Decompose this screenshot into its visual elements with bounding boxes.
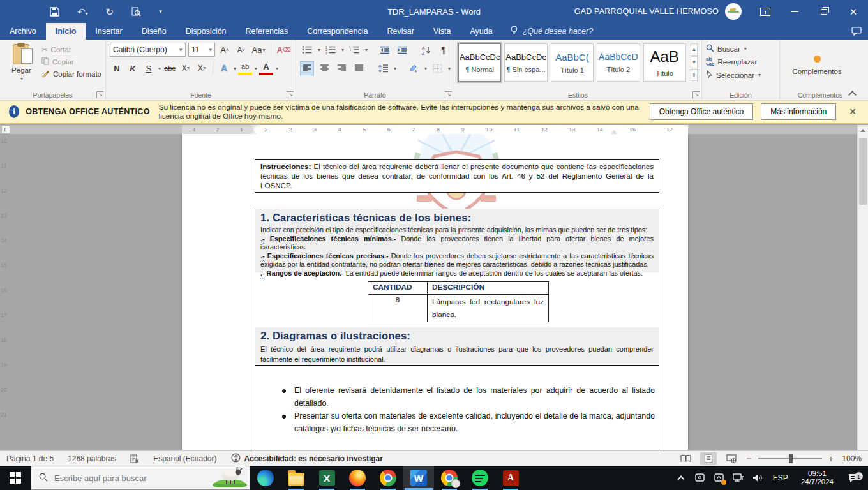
sort-button[interactable]: AZ (419, 43, 433, 57)
taskbar-app-edge[interactable] (250, 466, 281, 490)
tell-me-box[interactable]: ¿Qué desea hacer? (502, 23, 601, 40)
print-preview-icon[interactable] (131, 7, 141, 17)
show-paragraph-marks-button[interactable]: ¶ (437, 43, 451, 57)
paste-button[interactable]: Pegar ▾ (4, 43, 39, 90)
taskbar-app-file-explorer[interactable] (281, 466, 311, 490)
word-count[interactable]: 1268 palabras (68, 454, 116, 463)
taskbar-app-firefox[interactable] (342, 466, 373, 490)
multilevel-list-button[interactable]: 1i (347, 43, 361, 57)
first-line-indent-marker[interactable] (251, 125, 257, 129)
read-mode-icon[interactable] (677, 452, 694, 465)
network-icon[interactable] (731, 466, 746, 490)
action-center-icon[interactable]: 1 (842, 473, 864, 484)
strikethrough-button[interactable]: abc (163, 61, 177, 75)
bold-button[interactable]: N (110, 61, 124, 75)
numbered-list-arrow[interactable]: ▾ (341, 47, 344, 53)
more-info-button[interactable]: Más información (761, 103, 836, 120)
document-area[interactable]: 101112131415161718192021 Instrucciones: … (0, 134, 857, 450)
start-button[interactable] (0, 466, 31, 490)
taskbar-app-chrome-profile[interactable] (434, 466, 465, 490)
justify-button[interactable] (352, 61, 366, 75)
tab-archivo[interactable]: Archivo (0, 23, 46, 40)
document-page[interactable]: Instrucciones: El técnico del área requi… (182, 134, 688, 450)
vertical-scrollbar[interactable] (857, 125, 868, 450)
scroll-up-icon[interactable] (858, 125, 868, 135)
styles-dialog-launcher[interactable]: ↘ (692, 91, 700, 98)
dismiss-notification-icon[interactable]: ✕ (844, 107, 862, 117)
shading-arrow[interactable]: ▾ (424, 66, 427, 71)
search-highlight-sheep-image[interactable] (211, 464, 248, 489)
zoom-out-icon[interactable]: − (746, 453, 752, 464)
decrease-indent-button[interactable] (378, 43, 392, 57)
align-left-button[interactable] (300, 61, 314, 75)
style-titulo1[interactable]: AaBbC(Título 1 (551, 43, 594, 82)
highlight-arrow[interactable]: ▾ (255, 66, 257, 71)
taskbar-app-word[interactable]: W (403, 466, 434, 490)
italic-button[interactable]: K (126, 61, 140, 75)
cut-button[interactable]: ✂Cortar (41, 45, 101, 54)
format-painter-button[interactable]: Copiar formato (41, 69, 101, 78)
underline-button[interactable]: S (142, 61, 156, 75)
zoom-percentage[interactable]: 100% (840, 454, 862, 463)
styles-scroll-up[interactable]: ▲ (691, 43, 698, 56)
horizontal-ruler[interactable]: 321 1234567891011121314 1617 (0, 125, 857, 134)
increase-indent-button[interactable] (395, 43, 409, 57)
styles-gallery-expand[interactable]: ⇟ (691, 69, 698, 81)
text-effects-button[interactable]: A (217, 61, 231, 75)
superscript-button[interactable]: X2 (195, 61, 209, 75)
instructions-box[interactable]: Instrucciones: El técnico del área requi… (255, 159, 659, 193)
taskbar-app-acrobat[interactable]: A (495, 466, 526, 490)
get-genuine-office-button[interactable]: Obtenga Office auténtico (650, 103, 754, 120)
tab-correspondencia[interactable]: Correspondencia (297, 23, 377, 40)
taskbar-app-excel[interactable]: X (311, 466, 342, 490)
tab-diseno[interactable]: Diseño (132, 23, 176, 40)
paragraph-dialog-launcher[interactable]: ↘ (445, 91, 452, 98)
highlight-button[interactable]: ab (238, 61, 252, 75)
updates-icon[interactable] (712, 466, 727, 490)
borders-arrow[interactable]: ▾ (448, 66, 451, 71)
text-effects-arrow[interactable]: ▾ (234, 66, 236, 71)
grow-font-button[interactable]: A˄ (218, 43, 232, 57)
style-normal[interactable]: AaBbCcDc¶ Normal (458, 43, 501, 82)
tab-insertar[interactable]: Insertar (86, 23, 131, 40)
undo-icon[interactable]: ↶▾ (77, 7, 88, 17)
style-sin-espaciado[interactable]: AaBbCcDc¶ Sin espa... (504, 43, 547, 82)
bullet-list-arrow[interactable]: ▾ (318, 47, 320, 53)
bullet-list-button[interactable] (300, 43, 314, 57)
save-icon[interactable] (50, 7, 59, 17)
addins-button[interactable]: Complementos (784, 43, 850, 87)
hidden-icons-chevron[interactable] (673, 466, 689, 490)
change-case-button[interactable]: Aa▾ (251, 43, 266, 57)
redo-icon[interactable]: ↻ (106, 7, 114, 17)
print-layout-icon[interactable] (700, 452, 717, 465)
taskbar-search[interactable] (31, 466, 250, 490)
comments-icon[interactable] (851, 23, 862, 40)
accessibility-status[interactable]: Accesibilidad: es necesario investigar (231, 453, 383, 464)
zoom-slider-thumb[interactable] (789, 454, 793, 463)
close-button[interactable]: ✕ (839, 0, 868, 23)
page-indicator[interactable]: Página 1 de 5 (6, 454, 54, 463)
tab-referencias[interactable]: Referencias (236, 23, 298, 40)
web-layout-icon[interactable] (723, 452, 740, 465)
speaker-icon[interactable] (750, 466, 765, 490)
font-name-combo[interactable]: Calibri (Cuerpo)▾ (110, 43, 186, 57)
borders-button[interactable] (430, 61, 444, 75)
teams-icon[interactable] (692, 466, 708, 490)
style-titulo[interactable]: AaBTítulo (643, 43, 686, 82)
search-input[interactable] (54, 473, 201, 483)
font-dialog-launcher[interactable]: ↘ (287, 91, 294, 98)
shading-button[interactable] (407, 61, 421, 75)
account-avatar[interactable] (725, 3, 742, 20)
copy-button[interactable]: Copiar (41, 57, 101, 66)
tab-selector[interactable]: L (1, 125, 10, 134)
taskbar-app-chrome[interactable] (373, 466, 403, 490)
paste-dropdown-arrow[interactable]: ▾ (20, 76, 23, 82)
clear-formatting-button[interactable]: A⌫ (276, 43, 292, 57)
customize-qat-icon[interactable]: ▾ (159, 9, 162, 15)
underline-dropdown-arrow[interactable]: ▾ (158, 66, 161, 71)
right-indent-marker[interactable] (611, 130, 617, 134)
shrink-font-button[interactable]: A˅ (234, 43, 248, 57)
quantities-table[interactable]: CANTIDAD DESCRIPCIÓN 8 Lámparas led rect… (368, 281, 549, 322)
font-color-arrow[interactable]: ▾ (276, 66, 278, 71)
style-titulo2[interactable]: AaBbCcDTítulo 2 (597, 43, 640, 82)
